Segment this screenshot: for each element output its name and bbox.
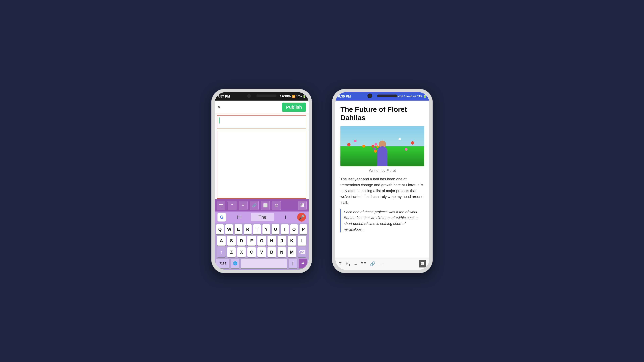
keyboard-row-1: Q W E R T Y U I O P bbox=[216, 224, 307, 234]
format-toolbar: TT " ≡ 🔗 ⬜ @ bbox=[215, 199, 308, 212]
keyboard-row-2: A S D F G H J K L bbox=[216, 236, 307, 246]
key-m[interactable]: M bbox=[288, 247, 296, 257]
format-quote-btn[interactable]: " bbox=[228, 201, 236, 210]
google-icon: G bbox=[217, 213, 226, 222]
phone-1-top bbox=[247, 93, 276, 98]
toolbar-list-btn[interactable]: ≡ bbox=[354, 261, 357, 267]
list-icon: ≡ bbox=[242, 203, 244, 208]
key-enter[interactable]: ↵ bbox=[298, 258, 307, 269]
key-symbols[interactable]: ?123 bbox=[216, 258, 230, 269]
key-y[interactable]: Y bbox=[262, 224, 270, 234]
autocomplete-word-2[interactable]: The bbox=[251, 213, 274, 221]
quote-icon: " bbox=[231, 203, 233, 208]
battery-1: 10% bbox=[296, 95, 302, 98]
format-list-btn[interactable]: ≡ bbox=[239, 201, 248, 210]
key-x[interactable]: X bbox=[237, 247, 246, 257]
key-shift[interactable]: ↑ bbox=[217, 247, 226, 257]
autocomplete-word-1[interactable]: Hi bbox=[228, 213, 251, 221]
title-input[interactable] bbox=[221, 105, 282, 110]
publish-button[interactable]: Publish bbox=[282, 103, 306, 112]
mic-icon: 🎤 bbox=[299, 215, 304, 220]
key-s[interactable]: S bbox=[227, 236, 236, 246]
key-d[interactable]: D bbox=[237, 236, 246, 246]
toolbar-blockquote-btn[interactable]: " " bbox=[361, 261, 366, 267]
key-c[interactable]: C bbox=[247, 247, 256, 257]
keyboard-row-3: ↑ Z X C V B N M ⌫ bbox=[216, 247, 307, 257]
key-v[interactable]: V bbox=[257, 247, 266, 257]
format-text-btn[interactable]: TT bbox=[217, 201, 226, 210]
image-icon: 🖼 bbox=[300, 203, 304, 208]
flower-pink-2 bbox=[405, 148, 408, 151]
flower-pink-1 bbox=[354, 140, 356, 142]
article-body-text: The last year and a half has been one of… bbox=[340, 176, 424, 206]
mic-button[interactable]: 🎤 bbox=[297, 213, 306, 222]
status-time-2: 6:35 PM bbox=[338, 94, 351, 98]
editor-toolbar: × Publish bbox=[215, 100, 308, 114]
data-speed-1: 0.03KB/s bbox=[280, 95, 291, 98]
key-backspace[interactable]: ⌫ bbox=[298, 247, 306, 257]
article-toolbar: T H1 ≡ " " 🔗 — 🖼 bbox=[336, 258, 429, 270]
speaker-1 bbox=[256, 94, 276, 97]
person-silhouette bbox=[374, 135, 391, 166]
key-emoji[interactable]: 🌐 bbox=[231, 258, 240, 269]
toolbar-divider-btn[interactable]: — bbox=[379, 261, 384, 267]
battery-2: 74% bbox=[417, 95, 422, 98]
link-icon: 🔗 bbox=[252, 203, 256, 208]
flower-red-2 bbox=[411, 141, 414, 145]
key-u[interactable]: U bbox=[272, 224, 280, 234]
key-space[interactable] bbox=[241, 258, 287, 269]
close-button[interactable]: × bbox=[217, 104, 221, 110]
format-link-btn[interactable]: 🔗 bbox=[250, 201, 258, 210]
editor-screen: × Publish TT " bbox=[215, 100, 308, 270]
content-input-top[interactable] bbox=[217, 115, 306, 129]
key-e[interactable]: E bbox=[234, 224, 242, 234]
keyboard: Q W E R T Y U I O P A S bbox=[215, 223, 308, 270]
key-w[interactable]: W bbox=[225, 224, 233, 234]
key-b[interactable]: B bbox=[267, 247, 276, 257]
blockquote-text: Each one of these projects was a ton of … bbox=[344, 209, 424, 233]
key-k[interactable]: K bbox=[288, 236, 296, 246]
key-q[interactable]: Q bbox=[216, 224, 224, 234]
toolbar-link-btn[interactable]: 🔗 bbox=[370, 261, 375, 267]
key-p[interactable]: P bbox=[299, 224, 307, 234]
toolbar-heading-btn[interactable]: H1 bbox=[346, 261, 350, 267]
key-f[interactable]: F bbox=[247, 236, 256, 246]
key-cursor-left[interactable]: | bbox=[288, 258, 297, 269]
key-n[interactable]: N bbox=[278, 247, 286, 257]
phone-1-inner: 7:57 PM 0.03KB/s 📶 10% 🔋 × Publish bbox=[215, 92, 308, 270]
written-by: Written by Floret bbox=[340, 168, 424, 173]
key-h[interactable]: H bbox=[267, 236, 276, 246]
battery-icon-1: 🔋 bbox=[302, 95, 306, 98]
blockquote-section: Each one of these projects was a ton of … bbox=[340, 209, 424, 233]
battery-icon-2: 🔋 bbox=[423, 95, 427, 98]
toolbar-text-btn[interactable]: T bbox=[339, 261, 342, 267]
flower-bunch bbox=[372, 143, 382, 153]
key-o[interactable]: O bbox=[290, 224, 298, 234]
phone-2: 6:35 PM 2.70K/s IND airtel 3G / Jio 4G 4… bbox=[332, 89, 433, 273]
content-body-area[interactable] bbox=[217, 131, 306, 199]
format-box-btn[interactable]: ⬜ bbox=[261, 201, 270, 210]
key-g[interactable]: G bbox=[257, 236, 266, 246]
camera-1 bbox=[247, 93, 252, 98]
key-j[interactable]: J bbox=[278, 236, 286, 246]
key-z[interactable]: Z bbox=[227, 247, 236, 257]
key-t[interactable]: T bbox=[253, 224, 261, 234]
key-a[interactable]: A bbox=[217, 236, 226, 246]
article-title: The Future of Floret Dahlias bbox=[340, 105, 424, 122]
phone-2-inner: 6:35 PM 2.70K/s IND airtel 3G / Jio 4G 4… bbox=[336, 92, 429, 270]
article-image bbox=[340, 126, 424, 166]
image-toolbar-icon: 🖼 bbox=[420, 262, 424, 266]
text-format-icon: TT bbox=[219, 204, 223, 207]
format-image-btn[interactable]: 🖼 bbox=[298, 201, 306, 210]
autocomplete-word-3[interactable]: I bbox=[274, 213, 297, 221]
format-at-btn[interactable]: @ bbox=[272, 201, 281, 210]
at-icon: @ bbox=[274, 203, 278, 208]
key-i[interactable]: I bbox=[281, 224, 289, 234]
key-r[interactable]: R bbox=[244, 224, 252, 234]
toolbar-image-btn[interactable]: 🖼 bbox=[418, 260, 426, 268]
key-l[interactable]: L bbox=[298, 236, 306, 246]
phone-1: 7:57 PM 0.03KB/s 📶 10% 🔋 × Publish bbox=[211, 89, 312, 273]
phone-2-top bbox=[368, 93, 397, 98]
status-time-1: 7:57 PM bbox=[217, 94, 230, 98]
keyboard-row-4: ?123 🌐 | ↵ bbox=[216, 258, 307, 269]
